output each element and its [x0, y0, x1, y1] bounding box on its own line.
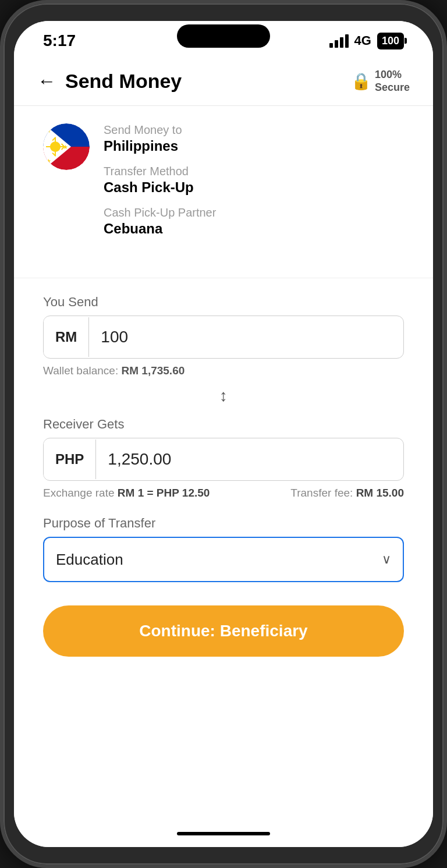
rate-info: Exchange rate RM 1 = PHP 12.50 Transfer … [43, 487, 404, 499]
svg-text:★: ★ [63, 144, 68, 150]
send-currency-tag: RM [44, 317, 89, 357]
transfer-method-group: Transfer Method Cash Pick-Up [104, 165, 404, 196]
svg-rect-7 [46, 146, 51, 147]
send-amount-input[interactable] [89, 316, 403, 358]
continue-beneficiary-button[interactable]: Continue: Beneficiary [43, 605, 404, 657]
receiver-gets-section: Receiver Gets PHP [43, 417, 404, 481]
network-label: 4G [354, 33, 371, 48]
phone-frame: 5:17 4G 100 ← Send Money 🔒 100% [0, 0, 447, 868]
purpose-select[interactable]: Education Family Support Business Medica… [44, 538, 370, 581]
app-header: ← Send Money 🔒 100% Secure [14, 57, 433, 106]
country-name: Philippines [104, 138, 404, 154]
partner-value: Cebuana [104, 221, 404, 237]
transfer-method-value: Cash Pick-Up [104, 179, 404, 196]
divider [14, 278, 433, 278]
send-to-group: Send Money to Philippines [104, 123, 404, 154]
purpose-label: Purpose of Transfer [43, 516, 404, 531]
receiver-gets-label: Receiver Gets [43, 417, 404, 432]
svg-text:★: ★ [46, 158, 51, 164]
receive-amount-input[interactable] [96, 438, 403, 480]
destination-info: ★ ★ ★ Send Money to Philippines Transfer… [43, 123, 404, 259]
secure-text: 100% Secure [375, 69, 410, 94]
partner-label: Cash Pick-Up Partner [104, 206, 404, 219]
main-content: ★ ★ ★ Send Money to Philippines Transfer… [14, 106, 433, 826]
exchange-icon-wrapper: ↕ [43, 387, 404, 405]
page-title: Send Money [65, 70, 182, 93]
signal-bars-icon [329, 34, 349, 48]
header-left: ← Send Money [37, 70, 182, 93]
status-icons: 4G 100 [329, 33, 404, 49]
chevron-down-icon: ∨ [370, 552, 403, 567]
dynamic-island [177, 24, 270, 48]
receiver-gets-input-wrapper: PHP [43, 438, 404, 481]
transfer-method-label: Transfer Method [104, 165, 404, 178]
purpose-select-wrapper[interactable]: Education Family Support Business Medica… [43, 537, 404, 582]
back-button[interactable]: ← [37, 70, 56, 92]
svg-point-4 [50, 141, 61, 152]
exchange-rate-text: Exchange rate RM 1 = PHP 12.50 [43, 487, 210, 499]
battery-icon: 100 [377, 33, 404, 49]
partner-group: Cash Pick-Up Partner Cebuana [104, 206, 404, 237]
home-indicator [14, 826, 433, 847]
lock-icon: 🔒 [351, 72, 371, 91]
secure-badge: 🔒 100% Secure [351, 69, 410, 94]
svg-text:★: ★ [46, 127, 51, 134]
wallet-balance: Wallet balance: RM 1,735.60 [43, 364, 404, 377]
destination-details: Send Money to Philippines Transfer Metho… [104, 123, 404, 247]
country-flag: ★ ★ ★ [43, 123, 90, 170]
receive-currency-tag: PHP [44, 440, 96, 479]
status-time: 5:17 [43, 31, 76, 50]
exchange-arrows-icon: ↕ [219, 387, 228, 405]
send-to-label: Send Money to [104, 123, 404, 137]
home-bar [177, 832, 270, 835]
you-send-section: You Send RM Wallet balance: RM 1,735.60 [43, 295, 404, 377]
screen: 5:17 4G 100 ← Send Money 🔒 100% [14, 21, 433, 847]
purpose-section: Purpose of Transfer Education Family Sup… [43, 516, 404, 582]
you-send-label: You Send [43, 295, 404, 310]
transfer-fee-text: Transfer fee: RM 15.00 [290, 487, 404, 499]
you-send-input-wrapper: RM [43, 316, 404, 359]
